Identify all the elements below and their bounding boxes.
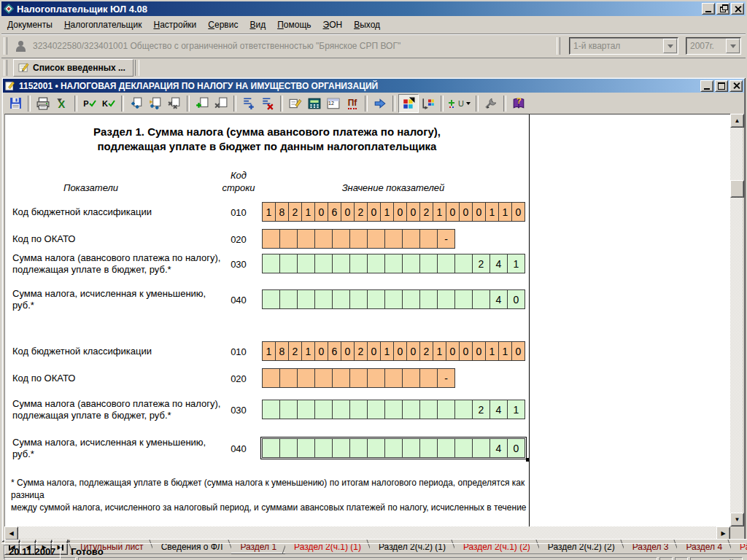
value-cell[interactable]: 0 [393,202,407,222]
value-cell[interactable] [349,254,368,273]
value-cell[interactable] [279,254,298,273]
menu-выход[interactable]: Выход [348,18,386,32]
value-cell[interactable] [314,289,333,309]
delete-document-button[interactable] [165,95,184,112]
value-cell[interactable] [262,289,280,309]
value-cell[interactable]: 0 [446,202,460,222]
k-check-button[interactable]: K [99,95,118,112]
value-cell[interactable]: 0 [472,341,486,361]
value-cell[interactable]: 0 [341,202,355,222]
doc-minimize-button[interactable] [700,80,713,92]
scroll-down-button[interactable]: ▼ [730,513,744,526]
value-cell[interactable] [367,254,385,273]
value-cell[interactable] [454,254,473,273]
value-cell[interactable] [402,254,420,273]
value-cell[interactable] [384,229,403,249]
value-cell[interactable]: 2 [419,202,433,222]
value-cell[interactable] [297,254,315,273]
toolbar-drag-handle[interactable] [557,37,560,55]
value-cell[interactable] [349,229,368,249]
value-cell[interactable]: 0 [367,341,381,361]
add-document-button[interactable] [127,95,146,112]
year-dropdown-button[interactable] [726,39,740,53]
horizontal-scrollbar[interactable]: ◀ ▶ [4,526,730,539]
value-cell[interactable] [367,400,385,419]
grid-view-button[interactable] [398,94,419,113]
value-cell[interactable] [349,368,368,388]
value-cells[interactable]: 18210602010021000110 [262,202,525,222]
value-cell[interactable] [332,229,350,249]
value-cells[interactable]: 40 [262,289,525,309]
value-cell[interactable] [349,289,368,309]
value-cell[interactable] [262,229,280,249]
value-cell[interactable] [367,289,385,309]
value-cell[interactable] [419,400,438,419]
value-cell[interactable]: 0 [393,341,407,361]
value-cells[interactable]: 241 [262,254,525,273]
value-cell[interactable]: 2 [472,400,490,419]
value-cell[interactable]: 1 [301,341,315,361]
value-cell[interactable] [262,254,280,273]
value-cell[interactable]: 2 [354,341,368,361]
value-cell[interactable] [454,400,473,419]
menu-документы[interactable]: Документы [1,18,58,32]
value-cell[interactable]: 1 [433,202,446,222]
value-cell[interactable] [314,438,333,458]
value-cell[interactable] [279,368,298,388]
value-cell[interactable]: 4 [489,289,508,309]
value-cell[interactable]: 0 [459,341,473,361]
value-cell[interactable]: 0 [507,438,525,458]
value-cell[interactable]: 0 [507,289,525,309]
value-cell[interactable] [437,400,455,419]
add-page-button[interactable] [193,95,212,112]
save-button[interactable] [6,95,25,112]
add-section-button[interactable] [239,95,258,112]
value-cell[interactable]: 0 [406,202,420,222]
value-cell[interactable]: 1 [380,341,394,361]
value-cell[interactable] [332,289,350,309]
value-cell[interactable]: 1 [507,400,525,419]
value-cell[interactable] [419,289,438,309]
value-cell[interactable]: 0 [367,202,381,222]
value-cell[interactable]: 0 [314,341,328,361]
value-cell[interactable]: - [437,229,455,249]
value-cell[interactable]: 1 [301,202,315,222]
value-cell[interactable] [402,229,420,249]
value-cell[interactable] [384,254,403,273]
delete-page-button[interactable] [212,95,231,112]
year-select[interactable]: 2007г. [686,37,741,55]
value-cell[interactable] [437,438,455,458]
value-cell[interactable]: 2 [288,341,302,361]
value-cell[interactable]: 6 [328,341,341,361]
value-cell[interactable] [419,438,438,458]
value-cells[interactable]: 40 [262,438,525,458]
export-excel-button[interactable]: X [53,95,71,112]
value-cell[interactable]: 1 [433,341,446,361]
value-cell[interactable] [314,400,333,419]
copy-document-button[interactable] [146,95,165,112]
settings-tools-button[interactable] [481,95,500,112]
tab-entered-documents-list[interactable]: Список введенных ... [13,59,133,77]
calculator-button[interactable] [305,95,324,112]
value-cell[interactable] [297,438,315,458]
value-cell[interactable] [367,368,385,388]
app-restore-button[interactable] [716,3,729,15]
vertical-scroll-thumb[interactable] [730,180,744,198]
toolbar-drag-handle[interactable] [4,37,7,55]
value-cell[interactable]: 0 [406,341,420,361]
value-cell[interactable]: 1 [262,341,276,361]
value-cell[interactable]: 8 [275,202,289,222]
delete-section-button[interactable] [258,95,277,112]
value-cell[interactable] [332,368,350,388]
value-cell[interactable]: 2 [472,254,490,273]
value-cell[interactable] [419,368,438,388]
menu-налогоплательщик[interactable]: Налогоплательщик [58,18,148,32]
function-button[interactable]: Пf [343,95,362,112]
edit-values-button[interactable] [286,95,305,112]
value-cell[interactable]: 1 [498,202,512,222]
value-cell[interactable] [262,438,280,458]
app-minimize-button[interactable] [702,3,715,15]
value-cell[interactable]: 0 [446,341,460,361]
value-cell[interactable] [402,368,420,388]
value-cell[interactable] [384,438,403,458]
